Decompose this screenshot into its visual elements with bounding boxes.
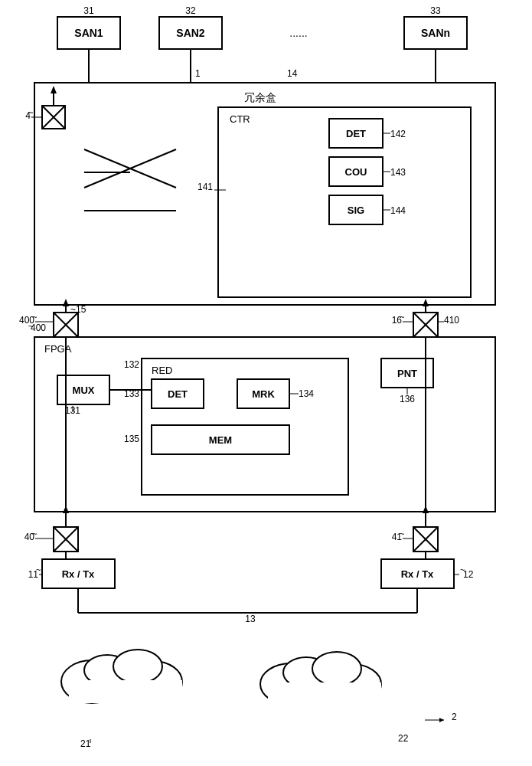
svg-text:400: 400 xyxy=(31,322,46,333)
svg-text:~: ~ xyxy=(400,529,404,538)
svg-text:SAN2: SAN2 xyxy=(176,27,205,39)
svg-text:410: 410 xyxy=(444,315,459,326)
svg-text:143: 143 xyxy=(390,167,406,178)
svg-text:133: 133 xyxy=(124,388,139,399)
svg-text:RED: RED xyxy=(152,365,172,376)
svg-text:SIG: SIG xyxy=(348,205,364,216)
svg-rect-21 xyxy=(329,119,383,148)
svg-line-38 xyxy=(54,313,78,337)
svg-text:SAN1: SAN1 xyxy=(74,27,103,39)
svg-text:MEM: MEM xyxy=(209,434,232,446)
svg-rect-75 xyxy=(381,358,433,388)
svg-point-121 xyxy=(260,663,321,705)
svg-rect-97 xyxy=(42,559,115,588)
svg-text:COU: COU xyxy=(345,166,367,178)
svg-text:4: 4 xyxy=(25,110,31,121)
svg-text:DET: DET xyxy=(346,128,366,139)
svg-text:~: ~ xyxy=(28,108,33,117)
svg-text:......: ...... xyxy=(289,27,307,39)
svg-text:~: ~ xyxy=(36,565,41,574)
svg-text:131: 131 xyxy=(65,405,80,416)
svg-line-91 xyxy=(413,527,438,552)
svg-marker-55 xyxy=(423,299,429,306)
diagram-container: SAN1 SAN2 SANn ...... 31 32 33 1 14 冗余盒 … xyxy=(0,0,532,766)
svg-point-115 xyxy=(124,661,182,702)
svg-line-132 xyxy=(42,106,65,129)
svg-text:31: 31 xyxy=(83,5,94,16)
svg-text:Rx / Tx: Rx / Tx xyxy=(62,568,95,580)
svg-text:DET: DET xyxy=(168,388,188,400)
svg-text:SANn: SANn xyxy=(421,27,450,39)
svg-rect-15 xyxy=(34,83,495,305)
svg-line-133 xyxy=(42,106,65,129)
svg-text:~: ~ xyxy=(32,529,37,538)
svg-line-34 xyxy=(84,149,176,188)
svg-rect-4 xyxy=(404,17,467,49)
svg-rect-56 xyxy=(34,337,495,512)
svg-line-90 xyxy=(413,527,438,552)
svg-marker-44 xyxy=(63,299,69,306)
svg-line-48 xyxy=(413,313,438,337)
svg-marker-138 xyxy=(51,86,57,93)
svg-text:141: 141 xyxy=(197,182,213,192)
svg-text:~: ~ xyxy=(32,313,37,322)
svg-line-39 xyxy=(54,313,78,337)
svg-text:136: 136 xyxy=(400,394,415,404)
svg-text:13: 13 xyxy=(245,614,256,624)
svg-text:~15: ~15 xyxy=(70,304,86,315)
svg-rect-25 xyxy=(329,157,383,186)
svg-rect-37 xyxy=(54,313,78,337)
svg-marker-96 xyxy=(423,506,429,513)
svg-point-123 xyxy=(323,664,381,704)
svg-rect-72 xyxy=(152,425,289,454)
svg-text:16: 16 xyxy=(392,315,403,326)
svg-text:21: 21 xyxy=(80,738,91,749)
svg-rect-0 xyxy=(57,17,120,49)
svg-text:Rx / Tx: Rx / Tx xyxy=(401,568,434,580)
svg-rect-68 xyxy=(237,379,289,408)
svg-text:~: ~ xyxy=(28,322,33,331)
svg-point-124 xyxy=(283,657,329,688)
svg-rect-126 xyxy=(268,683,381,705)
svg-line-82 xyxy=(54,527,78,552)
svg-text:CTR: CTR xyxy=(230,113,250,125)
svg-marker-130 xyxy=(439,718,444,722)
svg-text:2: 2 xyxy=(452,712,457,722)
svg-rect-81 xyxy=(54,527,78,552)
svg-text:1: 1 xyxy=(195,68,201,79)
svg-text:11: 11 xyxy=(28,569,39,580)
svg-line-83 xyxy=(54,527,78,552)
svg-text:132: 132 xyxy=(124,359,139,370)
svg-text:32: 32 xyxy=(185,5,196,16)
svg-text:FPGA: FPGA xyxy=(44,343,72,355)
svg-point-114 xyxy=(96,659,149,697)
svg-text:12: 12 xyxy=(463,569,474,580)
svg-text:144: 144 xyxy=(390,205,406,216)
svg-text:22: 22 xyxy=(398,733,409,744)
svg-rect-29 xyxy=(329,195,383,224)
svg-text:41: 41 xyxy=(392,532,403,542)
svg-line-47 xyxy=(413,313,438,337)
svg-rect-65 xyxy=(152,379,204,408)
svg-text:~: ~ xyxy=(460,565,465,574)
svg-rect-17 xyxy=(218,107,471,297)
svg-point-117 xyxy=(113,650,162,683)
svg-text:135: 135 xyxy=(124,434,139,444)
svg-text:MRK: MRK xyxy=(252,388,275,400)
svg-rect-131 xyxy=(42,106,65,129)
svg-point-125 xyxy=(312,652,361,686)
svg-text:400: 400 xyxy=(19,315,34,326)
svg-text:14: 14 xyxy=(287,68,298,79)
svg-rect-118 xyxy=(69,680,182,703)
main-svg: SAN1 SAN2 SANn ...... 31 32 33 1 14 冗余盒 … xyxy=(0,0,532,766)
svg-text:33: 33 xyxy=(430,5,441,16)
svg-text:PNT: PNT xyxy=(397,368,417,379)
svg-rect-62 xyxy=(142,358,348,495)
svg-rect-2 xyxy=(159,17,222,49)
svg-text:142: 142 xyxy=(390,129,406,139)
svg-rect-89 xyxy=(413,527,438,552)
svg-text:MUX: MUX xyxy=(73,385,95,396)
svg-rect-58 xyxy=(57,375,109,404)
svg-rect-46 xyxy=(413,313,438,337)
svg-text:134: 134 xyxy=(299,388,314,399)
